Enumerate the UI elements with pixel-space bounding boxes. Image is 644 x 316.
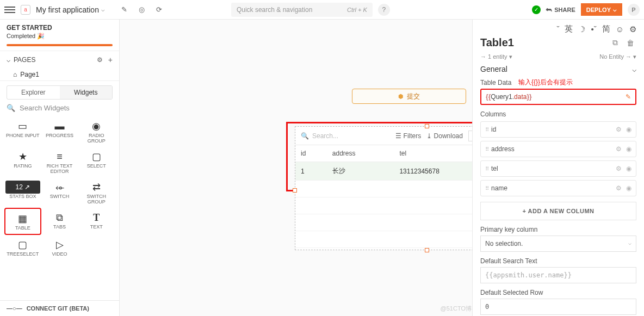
data-table: id address tel name↓ 1长沙13112345678jack [295,145,472,248]
ime-icon[interactable]: 英 [565,24,573,34]
widget-table[interactable]: ▦TABLE [4,208,41,235]
widget-switch[interactable]: ⬰SWITCH [41,177,78,208]
chevron-down-icon: ⌵ [7,56,10,64]
deploy-button[interactable]: DEPLOY⌵ [581,3,622,16]
widget-progress[interactable]: ▬PROGRESS [41,116,78,147]
search-kbd: Ctrl + K [347,7,367,13]
table-widget[interactable]: Table1⚙ 🔍Search... ☰ Filters ⤓ Download … [295,126,472,250]
pages-header[interactable]: ⌵ PAGES ⚙ + [0,51,119,69]
annotation: 输入{{}}后会有提示 [518,78,573,87]
col-header[interactable]: id [295,145,327,162]
column-config-item[interactable]: ⠿name⚙◉ [480,180,636,196]
column-config-item[interactable]: ⠿id⚙◉ [480,121,636,138]
delete-icon[interactable]: 🗑 [627,39,636,47]
add-page-icon[interactable]: + [108,55,113,64]
chevron-down-icon: ⌵ [632,65,636,73]
col-header[interactable]: tel [394,145,472,162]
download-button[interactable]: ⤓ Download [426,132,463,140]
connect-git-button[interactable]: —○— CONNECT GIT (BETA) [0,300,119,316]
grip-icon[interactable]: ⠿ [485,185,488,191]
explorer-widgets-tabs: Explorer Widgets [7,85,113,100]
gear-icon[interactable]: ⚙ [616,165,622,172]
eye-icon[interactable]: ◎ [135,3,148,16]
emoji-icon[interactable]: ☺ [616,24,624,34]
chevron-down-icon[interactable]: ⌵ [101,6,105,13]
avatar[interactable]: P [628,4,640,16]
widget-video[interactable]: ▷VIDEO [41,235,78,260]
search-widgets-input[interactable]: 🔍 Search Widgets [0,100,119,116]
gear-icon[interactable]: ⚙ [629,24,636,34]
table-search-input[interactable]: 🔍Search... [301,132,390,140]
help-icon[interactable]: ? [378,4,390,16]
refresh-icon[interactable]: ⟳ [153,3,166,16]
gear-icon[interactable]: ⚙ [97,56,103,64]
widget-treeselect[interactable]: ▢TREESELECT [4,235,41,260]
share-icon: ⮪ [546,7,552,13]
table-row[interactable] [295,181,472,197]
watermark: @51CTO博客 [441,305,472,313]
global-search[interactable]: Quick search & navigation Ctrl + K [231,3,373,17]
tab-widgets[interactable]: Widgets [60,86,113,99]
primary-key-select[interactable]: No selection.⌵ [480,236,636,252]
ime-icon[interactable]: •ˇ [591,24,596,34]
entity-incoming[interactable]: → 1 entity ▾ [480,53,512,60]
default-search-input[interactable]: {{appsmith.user.name}} [480,267,636,283]
home-icon: ⌂ [13,71,17,78]
eye-icon[interactable]: ◉ [626,145,631,153]
eye-icon[interactable]: ◉ [626,165,631,172]
label-default-row: Default Selected Row [480,289,636,296]
share-button[interactable]: ⮪SHARE [546,7,575,13]
edit-icon[interactable]: ✎ [626,93,631,101]
app-name[interactable]: My first application [36,5,99,14]
right-panel: ˇ 英 ☽ •ˇ 简 ☺ ⚙ Table1 ⧉ 🗑 → 1 entity ▾ N… [472,20,644,316]
default-row-input[interactable]: 0 [480,299,636,315]
table-data-input[interactable]: {{Query1.data}} ✎ [480,89,636,105]
table-row[interactable] [295,231,472,248]
widget-text[interactable]: TTEXT [78,208,115,235]
submit-button-widget[interactable]: ⬢ 提交 [352,89,466,104]
widget-rating[interactable]: ★RATING [4,147,41,177]
page-item[interactable]: ⌂Page1 [0,69,119,80]
eye-icon[interactable]: ◉ [626,184,631,192]
tab-explorer[interactable]: Explorer [7,86,60,99]
copy-icon[interactable]: ⧉ [612,38,622,47]
widget-title[interactable]: Table1 [480,36,608,49]
widget-phone-input[interactable]: ▭PHONE INPUT [4,116,41,147]
gear-icon[interactable]: ⚙ [616,126,622,133]
widget-rich-text[interactable]: ≡RICH TEXT EDITOR [41,147,78,177]
widget-tabs[interactable]: ⧉TABS [41,208,78,235]
widget-select[interactable]: ▢SELECT [78,147,115,177]
widget-switch-group[interactable]: ⇄SWITCH GROUP [78,177,115,208]
get-started-head: GET STARTED [0,20,119,33]
widget-radio-group[interactable]: ◉RADIO GROUP [78,116,115,147]
prev-page-button[interactable]: ‹ [468,131,472,141]
widget-stats-box[interactable]: 12 ↗STATS BOX [4,177,41,208]
label-default-search: Default Search Text [480,257,636,265]
shield-icon: ⬢ [398,93,404,100]
grip-icon[interactable]: ⠿ [485,146,488,152]
column-config-item[interactable]: ⠿tel⚙◉ [480,160,636,177]
topbar: a My first application ⌵ ✎ ◎ ⟳ Quick sea… [0,0,644,20]
col-header[interactable]: address [327,145,394,162]
moon-icon[interactable]: ☽ [578,24,585,34]
table-row[interactable]: 1长沙13112345678jack [295,162,472,181]
entity-outgoing[interactable]: No Entity → ▾ [599,53,636,60]
status-ok-icon: ✓ [532,5,541,14]
column-config-item[interactable]: ⠿address⚙◉ [480,141,636,157]
table-row[interactable] [295,197,472,214]
filters-button[interactable]: ☰ Filters [395,132,421,140]
canvas[interactable]: ⬢ 提交 Table1⚙ 🔍Search... ☰ Filters ⤓ Down… [120,20,472,316]
hamburger-icon[interactable] [4,7,15,13]
eye-icon[interactable]: ◉ [626,126,631,133]
edit-icon[interactable]: ✎ [118,3,131,16]
add-column-button[interactable]: + ADD A NEW COLUMN [480,202,636,220]
ime-icon[interactable]: 简 [602,24,610,34]
label-primary-key: Primary key column [480,226,636,233]
gear-icon[interactable]: ⚙ [616,184,622,192]
table-row[interactable] [295,214,472,231]
gear-icon[interactable]: ⚙ [616,145,622,153]
ime-icon[interactable]: ˇ [556,24,559,34]
grip-icon[interactable]: ⠿ [485,127,488,133]
grip-icon[interactable]: ⠿ [485,166,488,172]
section-general[interactable]: General⌵ [480,65,636,73]
